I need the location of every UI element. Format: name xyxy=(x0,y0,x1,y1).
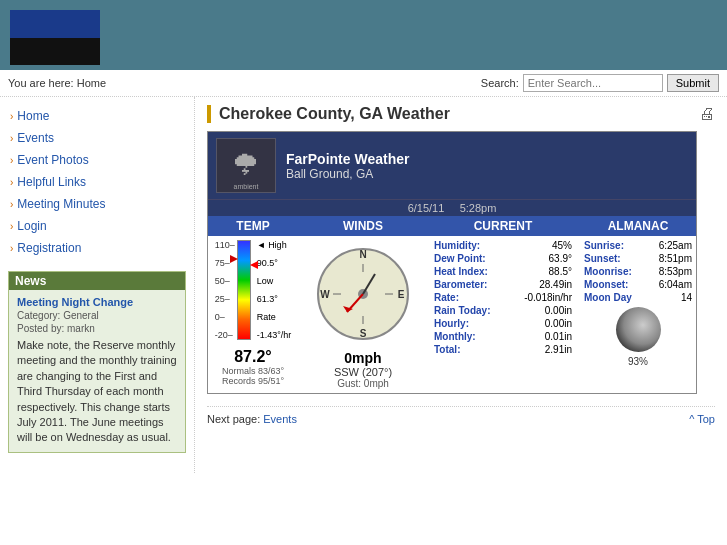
main-footer: Next page: Events ^ Top xyxy=(207,406,715,425)
news-body-text: Make note, the Reserve monthly meeting a… xyxy=(17,338,177,446)
rain-hourly-value: 0.00in xyxy=(545,318,572,329)
sidebar-item-meeting-minutes[interactable]: › Meeting Minutes xyxy=(0,193,194,215)
baro-rate-label: Rate: xyxy=(434,292,459,303)
weather-station-location: Ball Ground, GA xyxy=(286,167,409,181)
moon-day-label: Moon Day xyxy=(584,292,632,303)
search-area: Search: Submit xyxy=(481,74,719,92)
page-title-bar: Cherokee County, GA Weather 🖨 xyxy=(207,105,715,123)
temp-column: 110– 75– 50– 25– 0– -20– ◄ High xyxy=(208,236,298,393)
weather-logo xyxy=(216,138,276,193)
wind-speed: 0mph xyxy=(344,350,381,366)
rain-today-label: Rain Today: xyxy=(434,305,490,316)
weather-time: 5:28pm xyxy=(460,202,497,214)
news-article-title[interactable]: Meeting Night Change xyxy=(17,296,177,308)
temp-high-marker xyxy=(230,255,238,263)
temp-high-label: ◄ High xyxy=(257,240,292,250)
current-row-rain-monthly: Monthly: 0.01in xyxy=(434,331,572,342)
almanac-row-sunset: Sunset: 8:51pm xyxy=(584,253,692,264)
humidity-value: 45% xyxy=(552,240,572,251)
rain-total-value: 2.91in xyxy=(545,344,572,355)
rain-hourly-label: Hourly: xyxy=(434,318,469,329)
wind-column: N E S W xyxy=(298,236,428,393)
temp-label-0: 0– xyxy=(215,312,235,322)
sidebar: › Home › Events › Event Photos › Helpful… xyxy=(0,97,195,473)
rain-today-value: 0.00in xyxy=(545,305,572,316)
chevron-icon: › xyxy=(10,221,13,232)
sunrise-label: Sunrise: xyxy=(584,240,624,251)
site-header xyxy=(0,0,727,70)
breadcrumb: You are here: Home xyxy=(8,77,106,89)
next-page-link[interactable]: Events xyxy=(263,413,297,425)
weather-station-info: FarPointe Weather Ball Ground, GA xyxy=(286,151,409,181)
temp-scale: 110– 75– 50– 25– 0– -20– ◄ High xyxy=(215,240,292,340)
sidebar-item-login[interactable]: › Login xyxy=(0,215,194,237)
almanac-row-moonrise: Moonrise: 8:53pm xyxy=(584,266,692,277)
sidebar-item-helpful-links[interactable]: › Helpful Links xyxy=(0,171,194,193)
weather-col-headers: TEMP WINDS CURRENT ALMANAC xyxy=(208,216,696,236)
moonrise-value: 8:53pm xyxy=(659,266,692,277)
temp-low-value: 61.3° xyxy=(257,294,292,304)
sidebar-item-label: Registration xyxy=(17,241,81,255)
layout: › Home › Events › Event Photos › Helpful… xyxy=(0,97,727,473)
wind-compass: N E S W xyxy=(313,244,413,344)
sidebar-item-home[interactable]: › Home xyxy=(0,105,194,127)
heat-value: 88.5° xyxy=(549,266,572,277)
sidebar-item-label: Meeting Minutes xyxy=(17,197,105,211)
wind-gust: Gust: 0mph xyxy=(337,378,389,389)
svg-text:N: N xyxy=(359,249,366,260)
next-page-area: Next page: Events xyxy=(207,413,297,425)
print-icon[interactable]: 🖨 xyxy=(699,105,715,123)
current-row-dew: Dew Point: 63.9° xyxy=(434,253,572,264)
svg-text:E: E xyxy=(398,289,405,300)
current-row-rain-hourly: Hourly: 0.00in xyxy=(434,318,572,329)
sidebar-item-event-photos[interactable]: › Event Photos xyxy=(0,149,194,171)
news-category: Category: General xyxy=(17,310,177,321)
temp-rate-value: -1.43°/hr xyxy=(257,330,292,340)
moonset-value: 6:04am xyxy=(659,279,692,290)
wind-direction: SSW (207°) xyxy=(334,366,392,378)
sidebar-item-registration[interactable]: › Registration xyxy=(0,237,194,259)
current-column: Humidity: 45% Dew Point: 63.9° Heat Inde… xyxy=(428,236,578,393)
almanac-row-sunrise: Sunrise: 6:25am xyxy=(584,240,692,251)
next-page-label: Next page: xyxy=(207,413,260,425)
current-row-baro-rate: Rate: -0.018in/hr xyxy=(434,292,572,303)
news-box: News Meeting Night Change Category: Gene… xyxy=(8,271,186,453)
col-header-almanac: ALMANAC xyxy=(578,216,698,236)
sidebar-item-label: Home xyxy=(17,109,49,123)
dew-label: Dew Point: xyxy=(434,253,486,264)
col-header-current: CURRENT xyxy=(428,216,578,236)
weather-header: FarPointe Weather Ball Ground, GA xyxy=(208,132,696,199)
temp-high-value: 90.5° xyxy=(257,258,292,268)
search-button[interactable]: Submit xyxy=(667,74,719,92)
main-content: Cherokee County, GA Weather 🖨 FarPointe … xyxy=(195,97,727,473)
svg-text:S: S xyxy=(360,328,367,339)
almanac-row-moon-day: Moon Day 14 xyxy=(584,292,692,303)
sunrise-value: 6:25am xyxy=(659,240,692,251)
dew-value: 63.9° xyxy=(549,253,572,264)
moon-day-value: 14 xyxy=(681,292,692,303)
svg-text:W: W xyxy=(320,289,330,300)
temp-rate-label: Rate xyxy=(257,312,292,322)
current-row-rain-today: Rain Today: 0.00in xyxy=(434,305,572,316)
chevron-icon: › xyxy=(10,155,13,166)
topbar: You are here: Home Search: Submit xyxy=(0,70,727,97)
sunset-value: 8:51pm xyxy=(659,253,692,264)
rain-total-label: Total: xyxy=(434,344,460,355)
chevron-icon: › xyxy=(10,133,13,144)
baro-value: 28.49in xyxy=(539,279,572,290)
current-row-heat: Heat Index: 88.5° xyxy=(434,266,572,277)
current-row-rain-total: Total: 2.91in xyxy=(434,344,572,355)
top-link[interactable]: ^ Top xyxy=(689,413,715,425)
temp-normals: Normals 83/63° xyxy=(222,366,284,376)
temp-current-value: 87.2° xyxy=(234,348,272,366)
weather-time-row: 6/15/11 5:28pm xyxy=(208,199,696,216)
search-input[interactable] xyxy=(523,74,663,92)
chevron-icon: › xyxy=(10,199,13,210)
search-label: Search: xyxy=(481,77,519,89)
col-header-winds: WINDS xyxy=(298,216,428,236)
current-row-baro: Barometer: 28.49in xyxy=(434,279,572,290)
sidebar-item-events[interactable]: › Events xyxy=(0,127,194,149)
sidebar-item-label: Login xyxy=(17,219,46,233)
col-header-temp: TEMP xyxy=(208,216,298,236)
temp-label-110: 110– xyxy=(215,240,235,250)
